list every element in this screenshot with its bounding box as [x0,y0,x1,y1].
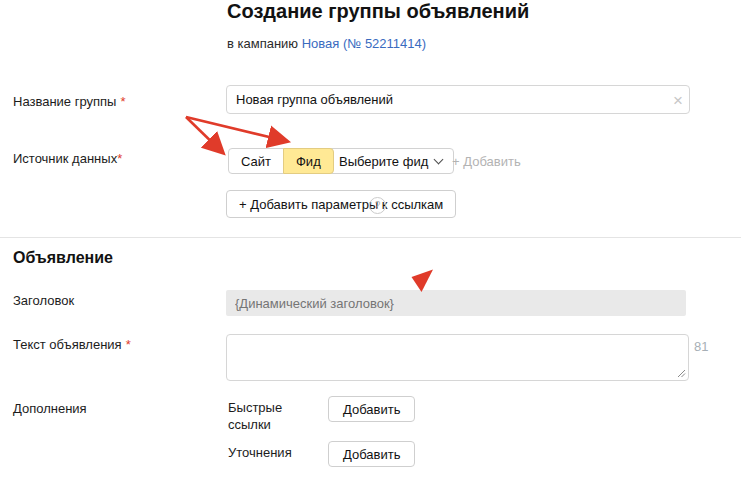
arrow-cursor-pointer [412,270,434,293]
ad-text-label: Текст объявления* [13,337,131,352]
ad-title-input-disabled [226,290,686,316]
data-source-toggle: Сайт Фид [228,148,334,174]
ad-section-heading: Объявление [13,249,113,267]
ad-text-textarea[interactable] [226,334,689,381]
arrow-to-site-button [186,117,222,152]
clear-input-icon[interactable]: × [673,91,683,108]
add-feed-button-disabled: + Добавить [452,148,521,174]
data-source-label: Источник данных* [13,151,122,166]
callouts-label: Уточнения [228,445,292,460]
group-name-input[interactable] [226,85,690,114]
subtitle-prefix: в кампанию [227,36,302,51]
add-callouts-button[interactable]: Добавить [328,441,415,467]
group-name-field-wrap: × [226,85,690,114]
add-link-params-button[interactable]: + Добавить параметры к ссылкам [226,190,456,218]
campaign-subtitle: в кампанию Новая (№ 52211414) [227,36,426,51]
arrow-to-feed-button [186,117,286,141]
page-title: Создание группы объявлений [227,0,529,23]
required-asterisk: * [120,94,125,109]
additions-label: Дополнения [13,401,87,416]
group-name-label: Название группы* [13,94,126,109]
chevron-down-icon [434,155,444,165]
help-question-icon[interactable]: ? [369,197,386,214]
ad-group-creation-page: Создание группы объявлений в кампанию Но… [0,0,741,493]
section-divider [0,237,741,238]
required-asterisk: * [126,337,131,352]
ad-text-field-wrap [226,334,689,381]
campaign-link[interactable]: Новая (№ 52211414) [302,36,426,51]
ad-title-label: Заголовок [13,293,74,308]
sitelinks-label: Быстрые ссылки [228,399,308,433]
select-feed-dropdown[interactable]: Выберите фид [327,148,454,174]
char-counter: 81 [694,339,708,354]
add-sitelinks-button[interactable]: Добавить [328,396,415,422]
source-site-button[interactable]: Сайт [228,148,284,174]
source-feed-button[interactable]: Фид [283,148,334,174]
required-asterisk: * [117,151,122,166]
